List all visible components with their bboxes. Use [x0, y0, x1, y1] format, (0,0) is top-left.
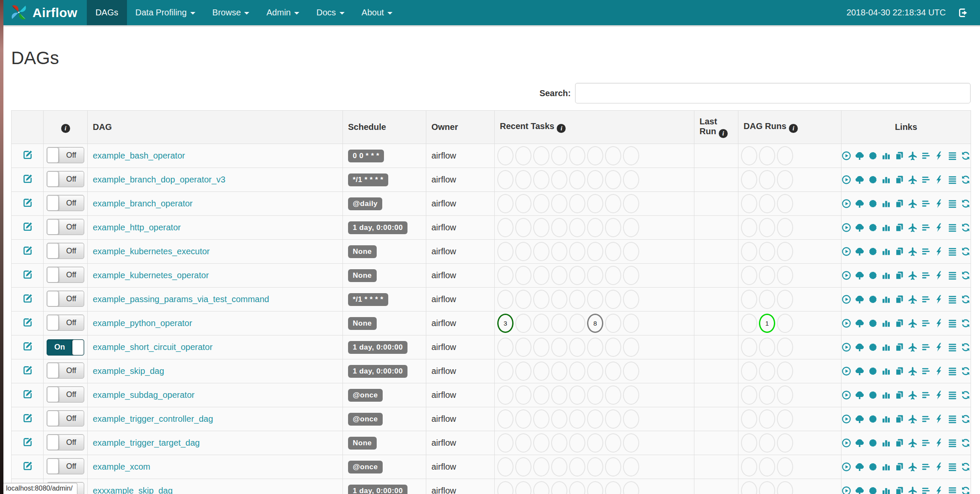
- tree-view-icon[interactable]: [855, 342, 865, 352]
- task-tries-icon[interactable]: [894, 342, 904, 352]
- state-circle[interactable]: [741, 170, 757, 189]
- schedule-badge[interactable]: */1 * * * *: [348, 293, 388, 306]
- graph-view-icon[interactable]: [868, 247, 878, 256]
- search-input[interactable]: [575, 83, 971, 103]
- state-circle[interactable]: [741, 338, 757, 357]
- trigger-dag-icon[interactable]: [841, 151, 851, 161]
- state-circle[interactable]: [533, 266, 549, 285]
- task-duration-icon[interactable]: [881, 486, 891, 494]
- nav-item-data-profiling[interactable]: Data Profiling: [127, 0, 204, 25]
- edit-dag-icon[interactable]: [22, 341, 33, 352]
- state-circle[interactable]: [497, 218, 514, 237]
- dag-toggle[interactable]: Off: [47, 147, 84, 163]
- gantt-icon[interactable]: [921, 151, 931, 161]
- task-tries-icon[interactable]: [894, 462, 904, 472]
- tree-view-icon[interactable]: [855, 294, 865, 304]
- state-circle[interactable]: [497, 242, 514, 261]
- gantt-icon[interactable]: [921, 414, 931, 424]
- info-icon[interactable]: [789, 124, 798, 133]
- dag-toggle[interactable]: Off: [47, 291, 84, 307]
- state-circle[interactable]: [777, 385, 793, 405]
- nav-item-docs[interactable]: Docs: [308, 0, 353, 25]
- state-circle[interactable]: [605, 146, 621, 165]
- state-circle[interactable]: [759, 290, 775, 309]
- trigger-dag-icon[interactable]: [841, 366, 851, 376]
- state-circle[interactable]: [623, 481, 639, 494]
- gantt-icon[interactable]: [921, 366, 931, 376]
- state-circle[interactable]: [515, 218, 531, 237]
- state-circle[interactable]: [569, 433, 585, 453]
- logout-icon[interactable]: [958, 7, 969, 18]
- dag-link[interactable]: example_subdag_operator: [93, 390, 195, 400]
- state-circle[interactable]: [515, 433, 531, 453]
- refresh-icon[interactable]: [961, 438, 971, 448]
- landing-times-icon[interactable]: [908, 199, 918, 209]
- code-view-icon[interactable]: [934, 199, 944, 209]
- tree-view-icon[interactable]: [855, 438, 865, 448]
- state-circle[interactable]: [569, 362, 585, 381]
- refresh-icon[interactable]: [961, 271, 971, 280]
- state-circle[interactable]: [605, 242, 621, 261]
- dag-link[interactable]: example_branch_operator: [93, 199, 193, 208]
- graph-view-icon[interactable]: [868, 151, 878, 161]
- tree-view-icon[interactable]: [855, 390, 865, 400]
- state-circle[interactable]: [759, 242, 775, 261]
- code-view-icon[interactable]: [934, 271, 944, 280]
- logs-icon[interactable]: [948, 223, 957, 232]
- state-circle[interactable]: 1: [759, 314, 775, 333]
- state-circle[interactable]: [741, 266, 757, 285]
- dag-link[interactable]: example_bash_operator: [93, 151, 185, 160]
- state-circle[interactable]: [551, 218, 567, 237]
- task-tries-icon[interactable]: [894, 247, 904, 256]
- state-circle[interactable]: [587, 218, 603, 237]
- state-circle[interactable]: [569, 170, 585, 189]
- state-circle[interactable]: [497, 457, 514, 476]
- gantt-icon[interactable]: [921, 271, 931, 280]
- state-circle[interactable]: [497, 362, 514, 381]
- state-circle[interactable]: [497, 338, 514, 357]
- gantt-icon[interactable]: [921, 438, 931, 448]
- code-view-icon[interactable]: [934, 414, 944, 424]
- graph-view-icon[interactable]: [868, 486, 878, 494]
- task-tries-icon[interactable]: [894, 271, 904, 280]
- state-circle[interactable]: [741, 314, 757, 333]
- code-view-icon[interactable]: [934, 175, 944, 185]
- dag-toggle[interactable]: Off: [47, 410, 84, 426]
- trigger-dag-icon[interactable]: [841, 486, 851, 494]
- code-view-icon[interactable]: [934, 486, 944, 494]
- state-circle[interactable]: [623, 314, 639, 333]
- landing-times-icon[interactable]: [908, 390, 918, 400]
- state-circle[interactable]: [605, 457, 621, 476]
- schedule-badge[interactable]: 1 day, 0:00:00: [348, 341, 407, 354]
- state-circle[interactable]: [759, 481, 775, 494]
- gantt-icon[interactable]: [921, 318, 931, 328]
- state-circle[interactable]: [515, 242, 531, 261]
- landing-times-icon[interactable]: [908, 462, 918, 472]
- state-circle[interactable]: [515, 385, 531, 405]
- dag-link[interactable]: example_trigger_controller_dag: [93, 414, 213, 423]
- task-duration-icon[interactable]: [881, 366, 891, 376]
- trigger-dag-icon[interactable]: [841, 247, 851, 256]
- state-circle[interactable]: [777, 433, 793, 453]
- graph-view-icon[interactable]: [868, 199, 878, 209]
- state-circle[interactable]: [515, 146, 531, 165]
- state-circle[interactable]: [587, 409, 603, 429]
- edit-dag-icon[interactable]: [22, 149, 33, 161]
- edit-dag-icon[interactable]: [22, 197, 33, 209]
- edit-dag-icon[interactable]: [22, 365, 33, 376]
- tree-view-icon[interactable]: [855, 247, 865, 256]
- state-circle[interactable]: [587, 481, 603, 494]
- state-circle[interactable]: [533, 170, 549, 189]
- dag-link[interactable]: exxxample_skip_dag: [93, 486, 173, 494]
- info-icon[interactable]: [557, 124, 566, 133]
- state-circle[interactable]: [515, 362, 531, 381]
- task-tries-icon[interactable]: [894, 318, 904, 328]
- trigger-dag-icon[interactable]: [841, 318, 851, 328]
- edit-dag-icon[interactable]: [22, 412, 33, 424]
- state-circle[interactable]: [587, 170, 603, 189]
- trigger-dag-icon[interactable]: [841, 438, 851, 448]
- state-circle[interactable]: [569, 338, 585, 357]
- gantt-icon[interactable]: [921, 390, 931, 400]
- code-view-icon[interactable]: [934, 247, 944, 256]
- dag-link[interactable]: example_short_circuit_operator: [93, 342, 213, 352]
